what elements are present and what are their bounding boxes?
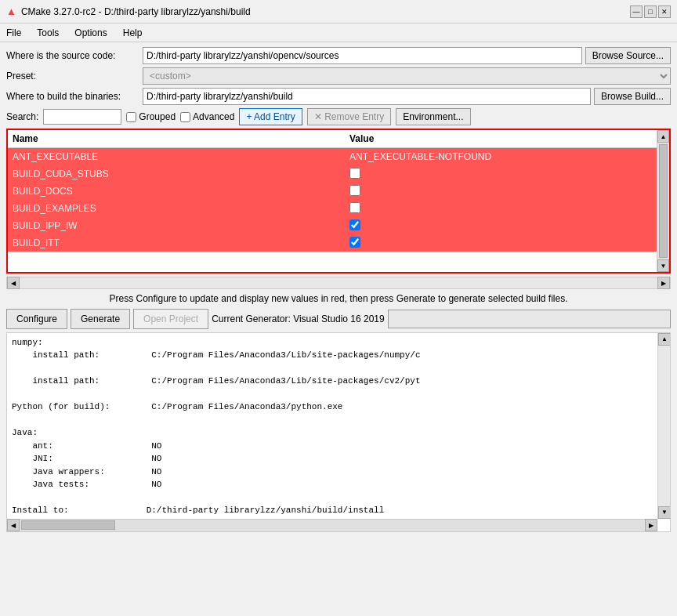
log-line: numpy:	[12, 336, 665, 350]
grouped-checkbox[interactable]	[126, 112, 136, 122]
table-cell-value[interactable]	[345, 167, 669, 182]
configure-button[interactable]: Configure	[6, 309, 67, 329]
h-scroll-right-arrow[interactable]: ▶	[657, 277, 670, 289]
log-scroll-up[interactable]: ▲	[658, 333, 671, 346]
log-line: install path: C:/Program Files/Anaconda3…	[12, 349, 665, 362]
build-row: Where to build the binaries: Browse Buil…	[6, 88, 671, 105]
table-cell-name: BUILD_CUDA_STUBS	[8, 168, 345, 180]
log-h-thumb[interactable]	[21, 520, 115, 530]
scroll-thumb[interactable]	[659, 144, 668, 258]
log-content: numpy: install path: C:/Program Files/An…	[7, 333, 670, 531]
preset-row: Preset: <custom>	[6, 67, 671, 85]
generator-input[interactable]	[388, 310, 671, 328]
generate-button[interactable]: Generate	[71, 309, 130, 329]
table-row[interactable]: BUILD_IPP_IW	[8, 217, 669, 234]
main-content: Where is the source code: Browse Source.…	[0, 42, 677, 537]
log-h-scroll-right[interactable]: ▶	[645, 519, 657, 531]
table-cell-name: ANT_EXECUTABLE	[8, 150, 345, 163]
h-scroll-left-arrow[interactable]: ◀	[7, 277, 20, 289]
add-entry-button[interactable]: + Add Entry	[239, 108, 302, 125]
grouped-checkbox-label[interactable]: Grouped	[126, 111, 176, 122]
build-examples-checkbox[interactable]	[349, 202, 360, 213]
advanced-checkbox[interactable]	[180, 112, 190, 122]
build-itt-checkbox[interactable]	[349, 237, 360, 248]
table-row[interactable]: BUILD_CUDA_STUBS	[8, 165, 669, 183]
search-label: Search:	[6, 111, 38, 122]
table-row[interactable]: BUILD_DOCS	[8, 183, 669, 200]
log-line: Java tests: NO	[12, 478, 665, 491]
table-body: ANT_EXECUTABLE ANT_EXECUTABLE-NOTFOUND B…	[8, 148, 669, 272]
search-input[interactable]	[43, 109, 121, 125]
minimize-button[interactable]: —	[630, 5, 643, 18]
table-h-scrollbar[interactable]: ◀ ▶	[6, 277, 671, 289]
log-line	[12, 491, 665, 505]
cmake-table: Name Value ANT_EXECUTABLE ANT_EXECUTABLE…	[6, 129, 671, 274]
menu-file[interactable]: File	[3, 26, 24, 40]
build-cuda-stubs-checkbox[interactable]	[349, 168, 360, 179]
browse-source-button[interactable]: Browse Source...	[585, 47, 671, 64]
menu-bar: File Tools Options Help	[0, 24, 677, 42]
environment-button[interactable]: Environment...	[396, 108, 470, 125]
table-cell-name: BUILD_DOCS	[8, 185, 345, 197]
log-line	[12, 414, 665, 427]
log-line: Java wrappers: NO	[12, 466, 665, 479]
menu-tools[interactable]: Tools	[34, 26, 62, 40]
log-line: install path: C:/Program Files/Anaconda3…	[12, 375, 665, 388]
table-header-value: Value	[345, 132, 669, 146]
table-cell-value[interactable]	[345, 219, 669, 234]
log-line	[12, 388, 665, 401]
generator-label: Current Generator: Visual Studio 16 2019	[212, 313, 385, 324]
table-header-name: Name	[8, 132, 345, 146]
h-scroll-track[interactable]	[20, 277, 657, 288]
source-label: Where is the source code:	[6, 50, 139, 61]
log-line: Install to: D:/third-party librarylzz/ya…	[12, 504, 665, 517]
title-bar-left: ▲ CMake 3.27.0-rc2 - D:/third-party libr…	[6, 5, 251, 17]
search-row: Search: Grouped Advanced + Add Entry ✕ R…	[6, 108, 671, 125]
scroll-up-arrow[interactable]: ▲	[657, 130, 669, 143]
menu-options[interactable]: Options	[71, 26, 110, 40]
log-line: Java:	[12, 426, 665, 440]
table-cell-name: BUILD_EXAMPLES	[8, 202, 345, 215]
build-input[interactable]	[143, 88, 591, 105]
close-button[interactable]: ✕	[658, 5, 671, 18]
log-line: Python (for build): C:/Program Files/Ana…	[12, 400, 665, 414]
open-project-button: Open Project	[133, 309, 208, 329]
maximize-button[interactable]: □	[644, 5, 657, 18]
log-h-scroll-left[interactable]: ◀	[7, 519, 20, 531]
log-line: ant: NO	[12, 440, 665, 453]
log-line: JNI: NO	[12, 452, 665, 466]
table-scrollbar[interactable]: ▲ ▼	[657, 130, 669, 272]
menu-help[interactable]: Help	[120, 26, 146, 40]
bottom-buttons: Configure Generate Open Project Current …	[6, 309, 671, 329]
preset-select[interactable]: <custom>	[143, 67, 671, 85]
log-scroll-track[interactable]	[658, 346, 670, 506]
build-docs-checkbox[interactable]	[349, 185, 360, 196]
table-cell-value: ANT_EXECUTABLE-NOTFOUND	[345, 150, 669, 163]
table-cell-value[interactable]	[345, 201, 669, 216]
table-cell-name: BUILD_ITT	[8, 237, 345, 249]
table-cell-name: BUILD_IPP_IW	[8, 219, 345, 232]
remove-entry-button[interactable]: ✕ Remove Entry	[307, 108, 391, 125]
table-row[interactable]: BUILD_ITT	[8, 234, 669, 252]
advanced-checkbox-label[interactable]: Advanced	[180, 111, 234, 122]
advanced-label: Advanced	[193, 111, 234, 122]
table-row[interactable]: ANT_EXECUTABLE ANT_EXECUTABLE-NOTFOUND	[8, 148, 669, 165]
table-cell-value[interactable]	[345, 236, 669, 251]
info-text: Press Configure to update and display ne…	[6, 292, 671, 306]
source-input[interactable]	[143, 47, 582, 64]
preset-label: Preset:	[6, 71, 139, 82]
log-v-scrollbar[interactable]: ▲ ▼	[657, 333, 670, 519]
source-row: Where is the source code: Browse Source.…	[6, 47, 671, 64]
table-cell-value[interactable]	[345, 184, 669, 199]
log-h-scrollbar[interactable]: ◀ ▶	[7, 519, 657, 531]
window-title: CMake 3.27.0-rc2 - D:/third-party librar…	[21, 6, 251, 17]
title-bar: ▲ CMake 3.27.0-rc2 - D:/third-party libr…	[0, 0, 677, 24]
table-header: Name Value	[8, 130, 669, 148]
log-scroll-down[interactable]: ▼	[658, 506, 671, 519]
table-row[interactable]: BUILD_EXAMPLES	[8, 200, 669, 217]
build-ipp-iw-checkbox[interactable]	[349, 219, 360, 230]
browse-build-button[interactable]: Browse Build...	[594, 88, 671, 105]
window-controls[interactable]: — □ ✕	[630, 5, 671, 18]
scroll-down-arrow[interactable]: ▼	[657, 259, 669, 272]
build-label: Where to build the binaries:	[6, 91, 139, 102]
